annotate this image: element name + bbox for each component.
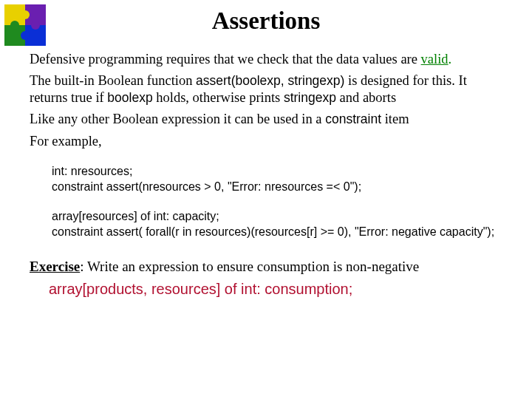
slide-title: Assertions: [0, 0, 532, 35]
text: The built-in Boolean function: [30, 73, 196, 88]
puzzle-logo-icon: [4, 4, 46, 46]
text: .: [449, 52, 452, 66]
svg-point-6: [21, 31, 30, 40]
paragraph-forexample: For example,: [30, 133, 502, 150]
text: Defensive programming requires that we c…: [30, 52, 421, 66]
text: and aborts: [336, 90, 396, 105]
text: Like any other Boolean expression it can…: [30, 112, 325, 126]
code-line: constraint assert( forall(r in resources…: [52, 224, 502, 240]
valid-word: valid: [421, 52, 449, 66]
code-line: constraint assert(nresources > 0, "Error…: [52, 179, 502, 195]
svg-point-5: [31, 21, 40, 30]
paragraph-assert-fn: The built-in Boolean function assert(boo…: [30, 72, 502, 106]
text: item: [381, 112, 409, 126]
paragraph-constraint: Like any other Boolean expression it can…: [30, 111, 502, 128]
constraint-word: constraint: [325, 112, 381, 126]
svg-point-7: [10, 21, 19, 30]
assert-signature: assert(boolexp, stringexp): [196, 73, 344, 88]
boolexp-word: boolexp: [107, 90, 152, 105]
slide: Assertions Defensive programming require…: [0, 0, 532, 399]
exercise-block: Exercise: Write an expression to ensure …: [30, 258, 502, 299]
spacer: [52, 195, 502, 208]
slide-body: Defensive programming requires that we c…: [0, 51, 532, 299]
exercise-label: Exercise: [30, 259, 80, 274]
paragraph-valid: Defensive programming requires that we c…: [30, 51, 502, 68]
svg-point-4: [21, 10, 30, 19]
text: holds, otherwise prints: [153, 90, 284, 105]
code-line: array[resources] of int: capacity;: [52, 208, 502, 225]
code-line: int: nresources;: [52, 163, 502, 180]
exercise-text: : Write an expression to ensure consumpt…: [80, 259, 419, 274]
exercise-code: array[products, resources] of int: consu…: [30, 280, 502, 299]
code-example: int: nresources; constraint assert(nreso…: [30, 154, 502, 240]
stringexp-word: stringexp: [284, 90, 336, 105]
